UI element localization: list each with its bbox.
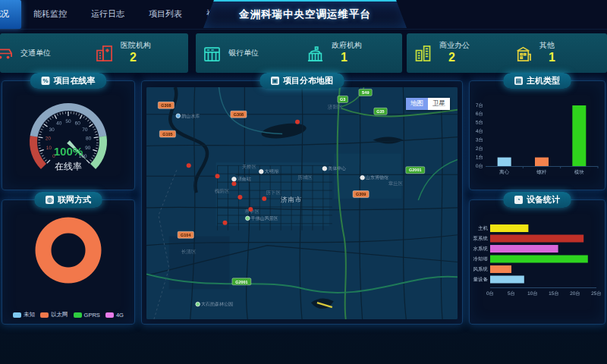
map-svg: 天桥区槐荫区历下区市中区历城区长清区章丘区济阳区济南市鹊山水库济南站大明湖奥体中…: [146, 87, 458, 319]
map-district-label: 历下区: [266, 190, 281, 196]
nav-tab[interactable]: 项目列表: [137, 0, 194, 29]
map-poi-label: 奥体中心: [328, 166, 346, 171]
legend-swatch: [40, 312, 49, 318]
map-project-marker[interactable]: [262, 196, 266, 201]
legend-swatch: [74, 312, 82, 318]
map-road-badge-label: G105: [162, 132, 172, 136]
stat-text: 银行单位: [228, 49, 259, 58]
network-mode-legend: 未知以太网GPRS4G: [2, 311, 134, 318]
stat-item: 政府机构1: [299, 41, 402, 66]
stat-label: 商业办公: [439, 41, 470, 51]
map-poi-dot: [246, 216, 250, 221]
map-poi-dot: [176, 114, 181, 118]
stat-label: 交通单位: [20, 49, 51, 58]
bank-icon: [202, 43, 222, 64]
map-road-badge-label: G309: [356, 192, 366, 196]
map-district-label: 天桥区: [242, 164, 257, 169]
network-mode-donut-chart[interactable]: [3, 212, 134, 291]
stat-text: 其他1: [539, 41, 555, 66]
hospital-icon: [94, 43, 115, 64]
legend-item[interactable]: 4G: [105, 311, 124, 318]
stat-card: 商业办公2其他1: [407, 33, 607, 73]
legend-item[interactable]: 以太网: [40, 311, 68, 318]
map-road-badge-label: S49: [362, 90, 370, 95]
panel-title-text: 项目在线率: [54, 75, 96, 86]
app-title: 金洲科瑞中央空调运维平台: [239, 8, 371, 21]
car-icon: [0, 43, 14, 64]
map-project-marker[interactable]: [295, 120, 300, 124]
map-district-label: 章丘区: [388, 180, 404, 186]
map-poi-dot: [196, 302, 200, 306]
main-content: % 项目在线率 ◎ 联网方式 未知以太网GPRS4G ▣ 项目分布地图: [2, 80, 605, 325]
panel-title-text: 设备统计: [527, 194, 560, 206]
stat-value: 1: [341, 50, 362, 65]
legend-item[interactable]: 未知: [13, 311, 35, 318]
map-poi-label: 鹊山水库: [181, 113, 200, 118]
building-icon: [513, 43, 533, 64]
map-poi-label: 山东博物馆: [366, 174, 388, 180]
app-title-box: 金洲科瑞中央空调运维平台: [203, 0, 407, 28]
stat-item: 医院机构2: [88, 41, 188, 66]
map-road-badge-label: G2001: [235, 280, 247, 284]
map-poi-dot: [232, 177, 237, 181]
map-district-label: 槐荫区: [215, 188, 230, 194]
map-poi-label: 大明湖: [265, 168, 278, 174]
panel-host-type-title: ▤ 主机类型: [503, 73, 571, 89]
map-poi-label: 济南站: [237, 176, 251, 182]
stat-text: 医院机构2: [121, 41, 151, 66]
online-rate-gauge-chart[interactable]: [3, 93, 134, 184]
map-poi-label: 大石崮森林公园: [201, 301, 233, 307]
panel-host-type: ▤ 主机类型: [469, 80, 605, 190]
panel-network-mode: ◎ 联网方式 未知以太网GPRS4G: [2, 199, 135, 325]
office-icon: [413, 43, 433, 64]
map-project-marker[interactable]: [187, 163, 191, 168]
map-project-marker[interactable]: [223, 221, 228, 225]
stats-icon: ◔: [514, 196, 523, 204]
map-poi-dot: [259, 169, 263, 174]
map-canvas[interactable]: 天桥区槐荫区历下区市中区历城区长清区章丘区济阳区济南市鹊山水库济南站大明湖奥体中…: [146, 87, 458, 319]
stat-label: 其他: [539, 41, 555, 51]
stat-item: 其他1: [507, 41, 607, 66]
stat-text: 商业办公2: [439, 41, 470, 66]
nav-tab[interactable]: 运行日志: [79, 0, 137, 29]
stat-text: 交通单位: [20, 49, 51, 58]
stat-card: 银行单位政府机构1: [196, 33, 402, 73]
panel-title-text: 主机类型: [527, 75, 560, 86]
stat-cards: 交通单位医院机构2银行单位政府机构1商业办公2其他1: [0, 33, 607, 73]
link-icon: %: [42, 77, 50, 85]
map-type-toggle: 地图卫星: [406, 98, 450, 110]
stat-label: 政府机构: [332, 41, 362, 51]
panel-device-stats-title: ◔ 设备统计: [503, 192, 571, 208]
map-district-label: 长清区: [181, 249, 197, 255]
map-district-label: 历城区: [297, 174, 313, 180]
device-stats-hbar-chart[interactable]: [470, 221, 604, 308]
cpu-icon: ▤: [514, 77, 523, 85]
stat-label: 银行单位: [228, 49, 259, 58]
map-road-badge-label: G2001: [409, 168, 421, 172]
host-type-bar-chart[interactable]: [470, 96, 604, 181]
stat-item: 银行单位: [196, 43, 299, 64]
legend-label: 4G: [116, 312, 124, 318]
map-poi-label: 千佛山风景区: [250, 216, 278, 221]
map-project-marker[interactable]: [231, 181, 236, 186]
center-column: ▣ 项目分布地图: [141, 80, 463, 325]
map-mode-button-satellite[interactable]: 卫星: [428, 98, 450, 110]
map-pin-icon: ▣: [271, 77, 279, 85]
map-project-marker[interactable]: [237, 195, 242, 199]
legend-item[interactable]: GPRS: [74, 311, 100, 318]
map-project-marker[interactable]: [248, 207, 253, 212]
map-road-badge-label: G3: [340, 97, 345, 102]
map-project-marker[interactable]: [215, 174, 220, 178]
map-mode-button-map[interactable]: 地图: [406, 98, 428, 110]
top-nav: 概况能耗监控运行日志项目列表视频监控 金洲科瑞中央空调运维平台: [0, 0, 607, 30]
map-road-badge-label: G308: [234, 112, 244, 117]
legend-label: GPRS: [84, 312, 100, 318]
map-road-badge-label: G35: [376, 109, 384, 114]
panel-online-rate: % 项目在线率: [2, 80, 135, 190]
map-poi-dot: [360, 175, 365, 180]
nav-tab[interactable]: 能耗监控: [21, 0, 79, 29]
panel-network-mode-title: ◎ 联网方式: [34, 192, 102, 208]
stat-item: 商业办公2: [407, 41, 507, 66]
nav-tab[interactable]: 概况: [0, 0, 21, 29]
left-column: % 项目在线率 ◎ 联网方式 未知以太网GPRS4G: [2, 80, 135, 325]
